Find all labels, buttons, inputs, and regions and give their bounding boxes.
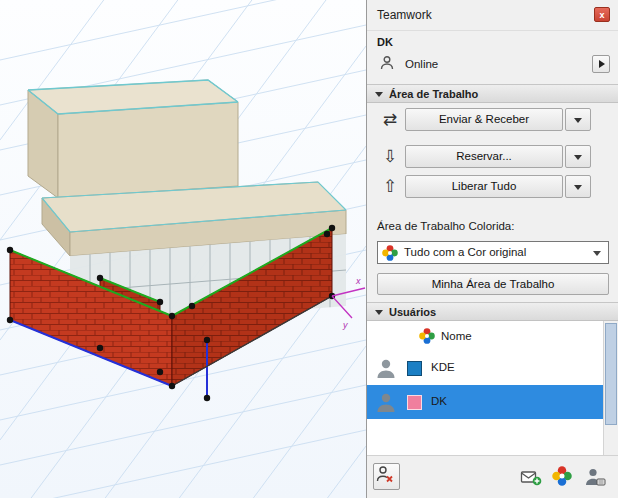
3d-scene: x y xyxy=(0,0,366,498)
reserve-icon: ⇩ xyxy=(379,145,401,169)
section-header-workspace[interactable]: Área de Trabalho xyxy=(367,84,618,103)
teamwork-panel: Teamwork x DK Online Área de Trabalho ⇄ … xyxy=(366,0,618,498)
close-button[interactable]: x xyxy=(594,7,610,22)
user-row-dk-selected[interactable]: DK xyxy=(367,385,603,419)
user-profile-button[interactable] xyxy=(584,466,606,488)
release-row: ⇧ Liberar Tudo xyxy=(367,175,618,199)
expand-status-button[interactable] xyxy=(592,55,610,73)
color-wheel-icon xyxy=(419,328,435,346)
user-icon xyxy=(379,55,395,73)
collapse-triangle-icon xyxy=(375,310,383,315)
reserve-row: ⇩ Reservar... xyxy=(367,145,618,169)
user-x-icon xyxy=(374,477,397,489)
user-color-swatch xyxy=(407,395,422,410)
chevron-down-icon xyxy=(574,185,582,190)
send-receive-row: ⇄ Enviar & Receber xyxy=(367,108,618,132)
avatar-icon xyxy=(375,391,397,415)
release-all-button[interactable]: Liberar Tudo xyxy=(405,175,563,198)
user-name: KDE xyxy=(431,361,455,373)
name-column-header: Nome xyxy=(441,330,472,342)
status-row: Online xyxy=(367,54,618,76)
new-message-button[interactable] xyxy=(520,466,542,488)
colored-workspace-label: Área de Trabalho Colorida: xyxy=(377,220,514,232)
color-wheel-icon xyxy=(382,245,398,263)
user-row-kde[interactable]: KDE xyxy=(367,351,603,385)
send-receive-icon: ⇄ xyxy=(379,108,401,132)
3d-viewport[interactable]: x y xyxy=(0,0,366,498)
section-header-users[interactable]: Usuários xyxy=(367,302,618,321)
chevron-down-icon xyxy=(593,251,601,256)
color-wheel-icon xyxy=(552,476,572,488)
send-receive-button[interactable]: Enviar & Receber xyxy=(405,108,563,131)
avatar-icon xyxy=(375,357,397,381)
chevron-down-icon xyxy=(574,155,582,160)
mail-plus-icon xyxy=(520,478,542,490)
users-scrollbar[interactable] xyxy=(603,321,618,455)
send-receive-dropdown-button[interactable] xyxy=(565,108,591,131)
application-window: x y Teamwork x DK Online Área de Trabalh… xyxy=(0,0,618,498)
reserve-button[interactable]: Reservar... xyxy=(405,145,563,168)
current-user-initials: DK xyxy=(377,36,393,48)
user-workstation-icon xyxy=(584,478,606,490)
panel-bottom-toolbar xyxy=(367,455,618,498)
panel-title-bar[interactable]: Teamwork x xyxy=(367,0,618,31)
colored-workspace-button[interactable] xyxy=(552,466,574,488)
arrow-right-icon xyxy=(599,60,605,68)
scrollbar-thumb[interactable] xyxy=(605,323,617,425)
users-list: Nome KDE DK xyxy=(367,321,604,455)
online-status-label: Online xyxy=(405,58,438,70)
user-name: DK xyxy=(431,395,447,407)
axis-x-label: x xyxy=(355,276,361,286)
colored-workspace-select[interactable]: Tudo com a Cor original xyxy=(377,241,609,264)
colored-workspace-value: Tudo com a Cor original xyxy=(404,246,526,258)
axis-y-label: y xyxy=(342,320,348,330)
users-section-title: Usuários xyxy=(389,306,436,318)
workspace-section-title: Área de Trabalho xyxy=(389,88,478,100)
collapse-triangle-icon xyxy=(375,92,383,97)
release-icon: ⇧ xyxy=(379,175,401,199)
users-list-header[interactable]: Nome xyxy=(367,321,603,351)
my-workspace-button[interactable]: Minha Área de Trabalho xyxy=(377,273,609,295)
chevron-down-icon xyxy=(574,118,582,123)
release-dropdown-button[interactable] xyxy=(565,175,591,198)
panel-title: Teamwork xyxy=(377,8,432,22)
user-color-swatch xyxy=(407,361,422,376)
reserve-dropdown-button[interactable] xyxy=(565,145,591,168)
remove-user-button[interactable] xyxy=(373,463,400,490)
